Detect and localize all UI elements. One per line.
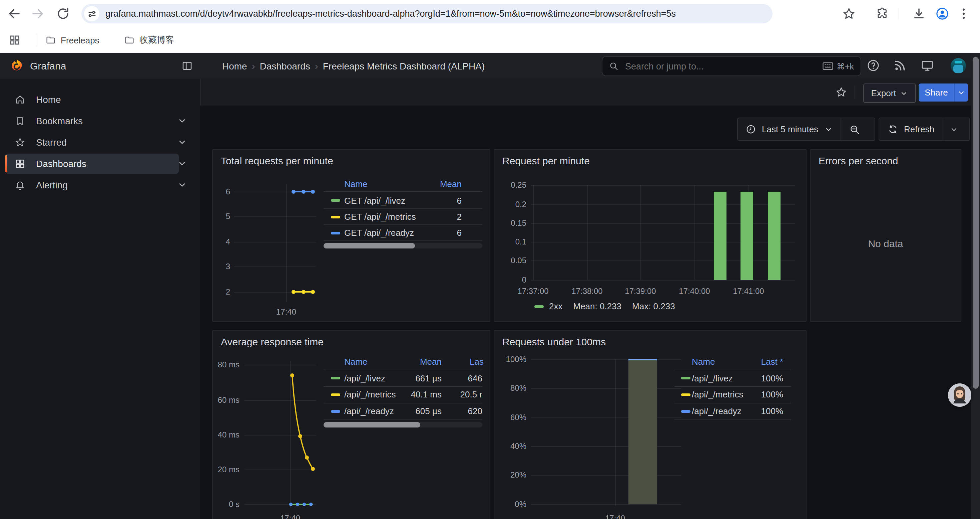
site-settings-icon[interactable] xyxy=(84,6,99,21)
export-button[interactable]: Export xyxy=(863,83,916,103)
chevron-down-icon xyxy=(957,88,965,96)
zoom-out-icon[interactable] xyxy=(849,124,859,134)
dashboard-toolbar: Export Share xyxy=(200,79,980,106)
sidebar-item-home[interactable]: Home xyxy=(5,89,179,110)
refresh-icon xyxy=(888,124,898,134)
folder-icon xyxy=(124,35,135,45)
bookmark-folder-freeleaps[interactable]: Freeleaps xyxy=(40,31,105,49)
breadcrumb-separator: › xyxy=(247,60,260,72)
extensions-icon[interactable] xyxy=(875,7,889,21)
legend-col-last[interactable]: Last * xyxy=(761,357,784,367)
legend-series-name[interactable]: /api/_/readyz xyxy=(344,406,394,416)
time-range-picker[interactable]: Last 5 minutes xyxy=(762,124,818,134)
legend-series-name[interactable]: 2xx xyxy=(549,301,562,311)
grafana-header: Grafana Home › Dashboards › Freeleaps Me… xyxy=(0,53,980,80)
assistant-avatar[interactable] xyxy=(948,383,971,407)
breadcrumb-home[interactable]: Home xyxy=(222,61,247,71)
legend-series-name[interactable]: GET /api/_/readyz xyxy=(344,228,414,238)
back-icon[interactable] xyxy=(7,7,21,21)
chevron-down-icon[interactable] xyxy=(177,137,187,147)
legend-value: 100% xyxy=(761,390,784,399)
legend-series-name[interactable]: GET /api/_/livez xyxy=(344,196,405,206)
legend-series-name[interactable]: /api/_/livez xyxy=(692,374,733,383)
page-scrollbar-thumb[interactable] xyxy=(973,57,978,389)
chevron-down-icon[interactable] xyxy=(177,159,187,168)
series-color-pill xyxy=(681,393,690,396)
forward-icon[interactable] xyxy=(31,7,45,21)
bookmark-folder-blogs[interactable]: 收藏博客 xyxy=(119,31,180,49)
sidebar-nav: Home Bookmarks Starred Dashboards Alerti… xyxy=(0,79,201,519)
group-divider xyxy=(840,118,841,140)
help-icon[interactable] xyxy=(867,59,880,72)
breadcrumb-current: Freeleaps Metrics Dashboard (ALPHA) xyxy=(323,61,485,71)
page-root: grafana.mathmast.com/d/deytv4rwavabkb/fr… xyxy=(0,0,980,519)
keyboard-icon xyxy=(822,62,833,70)
profile-icon[interactable] xyxy=(935,7,949,21)
search-box[interactable]: ⌘+k xyxy=(602,56,861,76)
sidebar-item-starred[interactable]: Starred xyxy=(5,132,179,152)
x-tick: 17:39:00 xyxy=(625,287,656,296)
bookmark-folder-label: 收藏博客 xyxy=(139,34,174,46)
bookmarks-separator xyxy=(37,34,37,47)
share-button[interactable]: Share xyxy=(919,83,954,102)
browser-toolbar: grafana.mathmast.com/d/deytv4rwavabkb/fr… xyxy=(0,0,980,27)
panel-title[interactable]: Errors per second xyxy=(819,155,898,166)
sidebar-item-dashboards[interactable]: Dashboards xyxy=(5,153,179,174)
x-tick: 17:40 xyxy=(280,514,300,519)
sidebar-item-bookmarks[interactable]: Bookmarks xyxy=(5,111,179,131)
series-color-pill xyxy=(331,410,340,413)
download-icon[interactable] xyxy=(912,7,926,21)
monitor-icon[interactable] xyxy=(921,59,934,72)
chevron-down-icon xyxy=(900,89,908,97)
legend-value: 2 xyxy=(457,212,461,222)
legend-col-mean[interactable]: Mean xyxy=(420,357,442,367)
legend-value: 6 xyxy=(457,196,461,206)
reload-icon[interactable] xyxy=(56,7,70,21)
legend-col-name[interactable]: Name xyxy=(344,357,367,367)
legend-series-name[interactable]: /api/_/readyz xyxy=(692,406,741,416)
legend-value: 20.5 r xyxy=(460,390,483,399)
browser-menu-icon[interactable] xyxy=(957,7,970,21)
refresh-interval-chevron-icon[interactable] xyxy=(950,125,958,133)
bookmark-star-icon[interactable] xyxy=(842,7,856,21)
legend-series-name[interactable]: /api/_/metrics xyxy=(692,390,743,399)
share-split-button: Share xyxy=(919,83,968,102)
legend-col-name[interactable]: Name xyxy=(344,179,367,189)
legend-series-name[interactable]: /api/_/metrics xyxy=(344,390,396,399)
x-tick: 17:40 xyxy=(276,307,296,316)
apps-grid-icon[interactable] xyxy=(9,34,21,46)
series-color-pill xyxy=(331,377,340,379)
legend-col-mean[interactable]: Mean xyxy=(440,179,461,189)
sidebar-toggle-icon[interactable] xyxy=(181,60,193,72)
legend-series-name[interactable]: /api/_/livez xyxy=(344,374,385,383)
legend-col-last[interactable]: Las xyxy=(470,357,484,367)
user-avatar[interactable] xyxy=(951,58,966,73)
sidebar-item-alerting[interactable]: Alerting xyxy=(5,175,179,195)
refresh-group: Refresh xyxy=(878,118,970,141)
breadcrumb-dashboards[interactable]: Dashboards xyxy=(260,61,310,71)
legend-col-name[interactable]: Name xyxy=(692,357,715,367)
folder-icon xyxy=(45,35,56,45)
url-bar[interactable]: grafana.mathmast.com/d/deytv4rwavabkb/fr… xyxy=(81,4,773,23)
chevron-down-icon[interactable] xyxy=(177,180,187,190)
news-rss-icon[interactable] xyxy=(893,59,907,72)
bookmarks-bar: Freeleaps 收藏博客 xyxy=(0,27,980,53)
panel-avg-response-time: Average response time 80 ms 60 ms 40 ms … xyxy=(212,330,490,519)
url-text[interactable]: grafana.mathmast.com/d/deytv4rwavabkb/fr… xyxy=(105,9,676,19)
refresh-button[interactable]: Refresh xyxy=(904,124,934,134)
grafana-logo[interactable] xyxy=(9,58,25,74)
chevron-down-icon[interactable] xyxy=(177,116,187,126)
legend-value: 620 xyxy=(468,406,482,416)
favorite-star-icon[interactable] xyxy=(835,86,847,98)
search-shortcut: ⌘+k xyxy=(822,61,854,71)
toolbar-divider xyxy=(854,86,855,99)
legend-series-name[interactable]: GET /api/_/metrics xyxy=(344,212,416,222)
series-color-pill xyxy=(331,393,340,396)
legend-scrollbar[interactable] xyxy=(323,243,482,249)
x-tick: 17:41:00 xyxy=(733,287,764,296)
search-input[interactable] xyxy=(624,61,822,72)
legend-scrollbar[interactable] xyxy=(323,422,482,428)
brand-name[interactable]: Grafana xyxy=(30,60,66,72)
x-tick: 17:37:00 xyxy=(517,287,548,296)
share-menu-button[interactable] xyxy=(954,83,968,102)
